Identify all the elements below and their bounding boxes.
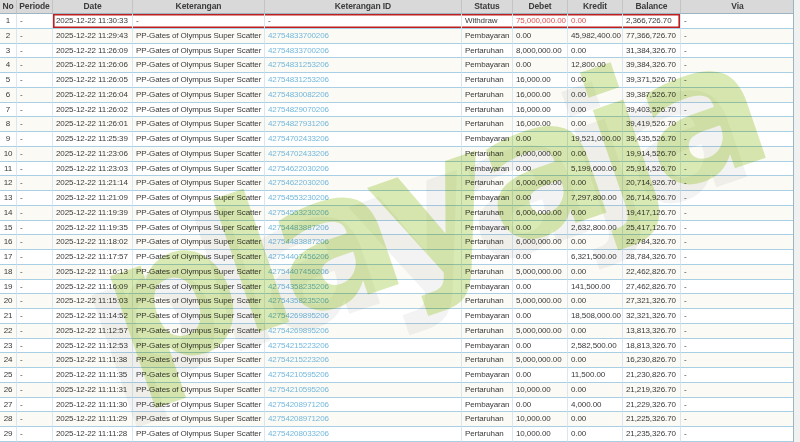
- cell-periode: -: [17, 353, 53, 368]
- cell-date: 2025-12-22 11:12:53: [53, 339, 133, 354]
- cell-balance: 39,371,526.70: [623, 73, 681, 88]
- cell-via: -: [681, 58, 794, 73]
- cell-keterangan_id: 42754831253206: [265, 73, 462, 88]
- cell-status: Pembayaran: [462, 250, 513, 265]
- cell-date: 2025-12-22 11:11:38: [53, 353, 133, 368]
- cell-via: -: [681, 427, 794, 442]
- cell-status: Pertaruhan: [462, 176, 513, 191]
- keterangan-id-link[interactable]: 42754553230206: [268, 193, 329, 202]
- cell-no: 8: [0, 117, 17, 132]
- cell-date: 2025-12-22 11:19:35: [53, 221, 133, 236]
- cell-balance: 27,462,826.70: [623, 280, 681, 295]
- table-row: 22-2025-12-22 11:12:57PP-Gates of Olympu…: [0, 324, 794, 339]
- table-row: 28-2025-12-22 11:11:29PP-Gates of Olympu…: [0, 412, 794, 427]
- keterangan-id-link[interactable]: 42754215223206: [268, 341, 329, 350]
- keterangan-id-link[interactable]: 42754622030206: [268, 164, 329, 173]
- keterangan-id-link[interactable]: 42754210595206: [268, 370, 329, 379]
- cell-status: Pertaruhan: [462, 324, 513, 339]
- cell-debet: 5,000,000.00: [513, 294, 568, 309]
- cell-kredit: 45,982,400.00: [568, 29, 623, 44]
- cell-balance: 21,225,326.70: [623, 412, 681, 427]
- cell-date: 2025-12-22 11:25:39: [53, 132, 133, 147]
- keterangan-id-link[interactable]: 42754831253206: [268, 75, 329, 84]
- keterangan-id-link[interactable]: 42754702433206: [268, 149, 329, 158]
- cell-keterangan: PP-Gates of Olympus Super Scatter: [133, 280, 265, 295]
- keterangan-id-link[interactable]: 42754269895206: [268, 326, 329, 335]
- cell-debet: 0.00: [513, 339, 568, 354]
- cell-status: Pembayaran: [462, 58, 513, 73]
- column-header-via: Via: [681, 0, 794, 14]
- cell-kredit: 2,632,800.00: [568, 221, 623, 236]
- cell-kredit: 0.00: [568, 412, 623, 427]
- cell-date: 2025-12-22 11:16:09: [53, 280, 133, 295]
- cell-kredit: 0.00: [568, 235, 623, 250]
- keterangan-id-link[interactable]: 42754831253206: [268, 60, 329, 69]
- table-row: 10-2025-12-22 11:23:06PP-Gates of Olympu…: [0, 147, 794, 162]
- cell-keterangan_id: 42754553230206: [265, 206, 462, 221]
- table-row: 21-2025-12-22 11:14:52PP-Gates of Olympu…: [0, 309, 794, 324]
- cell-status: Pertaruhan: [462, 235, 513, 250]
- keterangan-id-link[interactable]: 42754622030206: [268, 178, 329, 187]
- cell-kredit: 0.00: [568, 147, 623, 162]
- keterangan-id-link[interactable]: 42754483887206: [268, 223, 329, 232]
- cell-balance: 19,914,526.70: [623, 147, 681, 162]
- cell-balance: 27,321,326.70: [623, 294, 681, 309]
- cell-status: Pembayaran: [462, 221, 513, 236]
- cell-via: -: [681, 368, 794, 383]
- cell-date: 2025-12-22 11:21:09: [53, 191, 133, 206]
- keterangan-id-link[interactable]: 42754702433206: [268, 134, 329, 143]
- cell-kredit: 11,500.00: [568, 368, 623, 383]
- column-header-debet: Debet: [513, 0, 568, 14]
- keterangan-id-link[interactable]: 42754358235206: [268, 296, 329, 305]
- cell-periode: -: [17, 88, 53, 103]
- cell-no: 9: [0, 132, 17, 147]
- keterangan-id-link[interactable]: 42754208971206: [268, 414, 329, 423]
- cell-keterangan_id: 42754833700206: [265, 29, 462, 44]
- keterangan-id-link[interactable]: 42754407456206: [268, 267, 329, 276]
- cell-keterangan: PP-Gates of Olympus Super Scatter: [133, 147, 265, 162]
- keterangan-id-link[interactable]: 42754210595206: [268, 385, 329, 394]
- cell-via: -: [681, 162, 794, 177]
- keterangan-id-link[interactable]: 42754215223206: [268, 355, 329, 364]
- table-row: 16-2025-12-22 11:18:02PP-Gates of Olympu…: [0, 235, 794, 250]
- cell-no: 13: [0, 191, 17, 206]
- cell-date: 2025-12-22 11:14:52: [53, 309, 133, 324]
- keterangan-id-link[interactable]: 42754833700206: [268, 31, 329, 40]
- keterangan-id-link[interactable]: 42754269895206: [268, 311, 329, 320]
- column-header-kredit: Kredit: [568, 0, 623, 14]
- keterangan-id-link[interactable]: 42754358235206: [268, 282, 329, 291]
- table-row: 3-2025-12-22 11:26:09PP-Gates of Olympus…: [0, 44, 794, 59]
- cell-status: Pembayaran: [462, 29, 513, 44]
- keterangan-id-link[interactable]: 42754830082206: [268, 90, 329, 99]
- cell-balance: 22,784,326.70: [623, 235, 681, 250]
- cell-no: 23: [0, 339, 17, 354]
- cell-kredit: 7,297,800.00: [568, 191, 623, 206]
- keterangan-id-link[interactable]: 42754833700206: [268, 46, 329, 55]
- keterangan-id-link[interactable]: 42754208033206: [268, 429, 329, 438]
- cell-debet: 6,000,000.00: [513, 176, 568, 191]
- cell-via: -: [681, 132, 794, 147]
- keterangan-id-link[interactable]: 42754553230206: [268, 208, 329, 217]
- cell-date: 2025-12-22 11:15:03: [53, 294, 133, 309]
- column-header-keterangan_id: Keterangan ID: [265, 0, 462, 14]
- cell-no: 4: [0, 58, 17, 73]
- cell-date: 2025-12-22 11:12:57: [53, 324, 133, 339]
- keterangan-id-link[interactable]: 42754407456206: [268, 252, 329, 261]
- keterangan-id-link[interactable]: 42754827931206: [268, 119, 329, 128]
- cell-periode: -: [17, 191, 53, 206]
- table-row: 19-2025-12-22 11:16:09PP-Gates of Olympu…: [0, 280, 794, 295]
- cell-balance: 32,321,326.70: [623, 309, 681, 324]
- cell-status: Pembayaran: [462, 309, 513, 324]
- keterangan-id-link[interactable]: 42754208971206: [268, 400, 329, 409]
- cell-no: 20: [0, 294, 17, 309]
- cell-via: -: [681, 353, 794, 368]
- cell-date: 2025-12-22 11:16:13: [53, 265, 133, 280]
- cell-keterangan: PP-Gates of Olympus Super Scatter: [133, 73, 265, 88]
- cell-periode: -: [17, 294, 53, 309]
- cell-kredit: 0.00: [568, 383, 623, 398]
- keterangan-id-link[interactable]: 42754483887206: [268, 237, 329, 246]
- transaction-history-panel: NoPeriodeDateKeteranganKeterangan IDStat…: [0, 0, 794, 442]
- keterangan-id-link[interactable]: 42754829070206: [268, 105, 329, 114]
- table-row: 9-2025-12-22 11:25:39PP-Gates of Olympus…: [0, 132, 794, 147]
- cell-no: 6: [0, 88, 17, 103]
